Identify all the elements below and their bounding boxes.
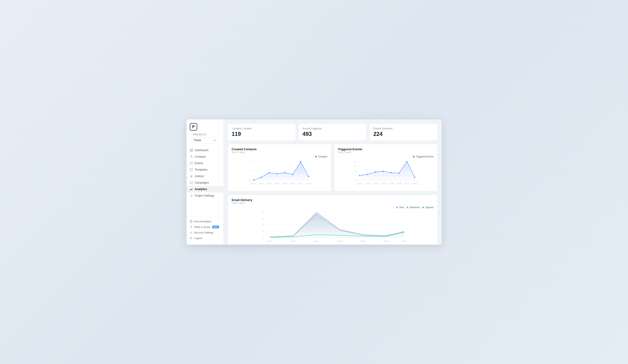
sidebar-label-events: Events <box>195 162 203 165</box>
svg-text:3: 3 <box>262 231 264 233</box>
contacts-legend-item: Contacts <box>315 155 327 158</box>
svg-point-58 <box>398 173 399 174</box>
svg-text:12: 12 <box>261 211 264 214</box>
sidebar-label-contacts: Contacts <box>195 155 206 158</box>
triggered-events-legend-label: Triggered Events <box>416 155 434 158</box>
events-icon <box>190 162 193 165</box>
opened-legend-label: Opened <box>425 206 434 209</box>
delivered-legend-item: Delivered <box>407 206 419 209</box>
sent-legend-item: Sent <box>396 206 404 209</box>
triggered-events-subtitle: (Last 7 days) <box>338 151 434 153</box>
main-content: Contacts Created 119 Events Triggered 49… <box>224 120 442 244</box>
stat-card-emails: Emails Delivered 224 <box>369 123 437 141</box>
created-contacts-chart: Created Contacts (Last 7 days) Contacts … <box>228 144 331 191</box>
svg-text:Oct 16: Oct 16 <box>396 183 401 184</box>
stat-value-contacts: 119 <box>232 131 292 137</box>
svg-point-32 <box>300 161 301 162</box>
svg-text:Oct 11: Oct 11 <box>357 183 362 184</box>
projects-label: Projects <box>190 133 220 137</box>
sidebar-logo: P <box>186 123 223 133</box>
analytics-icon <box>190 187 193 191</box>
logout-label: Logout <box>194 237 202 240</box>
svg-point-4 <box>191 156 192 157</box>
sidebar-item-analytics[interactable]: Analytics <box>186 186 223 192</box>
svg-text:Oct 14: Oct 14 <box>337 240 342 242</box>
new-badge: New <box>212 226 219 228</box>
sidebar-item-campaigns[interactable]: Campaigns <box>186 180 223 186</box>
sidebar-label-dashboard: Dashboard <box>195 149 209 152</box>
svg-point-53 <box>359 175 360 176</box>
triggered-events-svg: 8 6 4 2 0 Oct 11 Oct 12 Oct 13 Oct 14 Oc… <box>338 159 434 187</box>
svg-text:0: 0 <box>262 237 264 239</box>
stat-card-contacts: Contacts Created 119 <box>228 123 296 141</box>
stat-label-contacts: Contacts Created <box>232 127 292 130</box>
svg-text:Oct 11: Oct 11 <box>267 240 272 242</box>
email-delivery-chart: Email Delivery (Last 7 days) Sent Delive… <box>228 195 438 244</box>
svg-text:2: 2 <box>249 161 250 163</box>
svg-point-33 <box>308 176 309 177</box>
created-contacts-legend: Contacts <box>232 155 327 158</box>
project-selector[interactable]: Plunk ⇄ <box>192 137 218 143</box>
sidebar-item-events[interactable]: Events <box>186 160 223 167</box>
svg-text:Oct 13: Oct 13 <box>373 183 378 184</box>
svg-point-31 <box>292 174 293 175</box>
svg-point-26 <box>253 180 254 181</box>
email-delivery-subtitle: (Last 7 days) <box>232 202 434 204</box>
sent-legend-label: Sent <box>399 206 404 209</box>
chart-grid-top: Created Contacts (Last 7 days) Contacts … <box>228 144 438 191</box>
sidebar-item-project-settings[interactable]: Project Settings <box>186 192 223 199</box>
review-icon <box>190 226 193 228</box>
svg-text:Oct 14: Oct 14 <box>381 183 386 184</box>
svg-text:1: 1 <box>249 170 250 172</box>
svg-text:Oct 14: Oct 14 <box>274 183 279 184</box>
stat-card-events: Events Triggered 493 <box>299 123 367 141</box>
app-container: P Projects Plunk ⇄ Dashboard <box>186 120 442 244</box>
delivered-legend-label: Delivered <box>410 206 419 209</box>
logout-icon <box>190 237 193 240</box>
sidebar-item-contacts[interactable]: Contacts <box>186 153 223 160</box>
sidebar-item-templates[interactable]: Templates <box>186 167 223 173</box>
contacts-legend-dot <box>315 156 317 157</box>
svg-rect-2 <box>190 150 191 152</box>
sidebar-label-analytics: Analytics <box>195 187 207 191</box>
svg-text:9: 9 <box>262 218 264 220</box>
account-settings-label: Account Settings <box>194 231 214 234</box>
svg-text:Oct 17: Oct 17 <box>298 183 303 184</box>
sidebar-label-project-settings: Project Settings <box>195 194 214 197</box>
templates-icon <box>190 168 193 171</box>
delivered-legend-dot <box>407 207 408 208</box>
logout-link[interactable]: Logout <box>186 235 223 241</box>
svg-point-59 <box>406 161 407 162</box>
documentation-icon <box>190 220 193 223</box>
stat-value-emails: 224 <box>373 131 433 137</box>
sidebar-label-actions: Actions <box>195 175 204 178</box>
triggered-events-legend-dot <box>413 156 415 157</box>
svg-text:2: 2 <box>355 175 356 177</box>
svg-text:Oct 17: Oct 17 <box>401 240 406 242</box>
contacts-legend-label: Contacts <box>318 155 327 158</box>
account-settings-icon <box>190 231 193 234</box>
sidebar-label-templates: Templates <box>195 168 208 171</box>
documentation-link[interactable]: Documentation <box>186 219 223 224</box>
svg-text:Oct 12: Oct 12 <box>259 183 264 184</box>
write-review-link[interactable]: Write a review New <box>186 224 223 230</box>
sidebar-item-dashboard[interactable]: Dashboard <box>186 147 223 153</box>
stat-cards: Contacts Created 119 Events Triggered 49… <box>228 123 438 141</box>
svg-text:Oct 15: Oct 15 <box>360 240 365 242</box>
svg-rect-0 <box>190 149 191 150</box>
created-contacts-subtitle: (Last 7 days) <box>232 151 327 153</box>
svg-rect-7 <box>190 182 193 184</box>
triggered-events-chart: Triggered Events (Last 7 days) Triggered… <box>334 144 438 191</box>
project-settings-icon <box>190 194 193 197</box>
account-settings-link[interactable]: Account Settings <box>186 230 223 235</box>
svg-text:Oct 12: Oct 12 <box>365 183 370 184</box>
contacts-icon <box>190 155 193 158</box>
svg-text:Oct 18: Oct 18 <box>306 183 311 184</box>
sidebar-item-actions[interactable]: Actions <box>186 173 223 180</box>
svg-point-10 <box>191 232 192 233</box>
svg-point-27 <box>260 177 262 178</box>
svg-text:0: 0 <box>249 179 250 181</box>
email-delivery-svg: 12 9 6 3 0 Oct 11 Oct 12 Oct 13 Oct 14 O… <box>232 210 434 244</box>
svg-point-57 <box>391 172 392 174</box>
stat-label-emails: Emails Delivered <box>373 127 433 130</box>
